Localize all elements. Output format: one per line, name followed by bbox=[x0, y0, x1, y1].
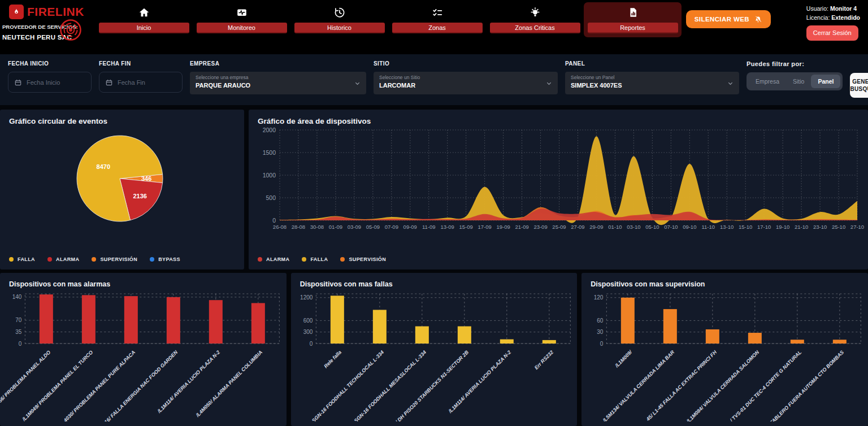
legend-item-falla[interactable]: FALLA bbox=[9, 257, 35, 262]
app-header: FIRELINK PROVEEDOR DE SERVICIOS: NEUTECH… bbox=[0, 0, 868, 54]
alert-bulb-icon bbox=[529, 5, 541, 20]
svg-text:29-09: 29-09 bbox=[589, 224, 603, 230]
empresa-select[interactable]: Seleccione una empresa PARQUE ARAUCO bbox=[190, 72, 366, 94]
sitio-hint: Seleccione un Sitio bbox=[379, 75, 552, 80]
fecha-fin-label: FECHA FIN bbox=[99, 60, 183, 67]
faults-bar-chart: 03006001200Rele fallaSGN-16 FOODHALL TEC… bbox=[291, 288, 578, 421]
report-icon bbox=[627, 5, 639, 20]
filter-option-sitio[interactable]: Sitio bbox=[786, 75, 811, 88]
fecha-inicio-group: FECHA INICIO Fecha Inicio bbox=[8, 60, 92, 105]
legend-item-alarma[interactable]: ALARMA bbox=[258, 257, 289, 262]
bypass-dot bbox=[150, 257, 154, 262]
panel-hint: Seleccione un Panel bbox=[571, 75, 734, 80]
falla-dot bbox=[302, 257, 306, 262]
pie-legend: FALLA ALARMA SUPERVISIÓN BYPASS bbox=[9, 257, 180, 262]
filter-option-empresa[interactable]: Empresa bbox=[749, 75, 786, 88]
nav-button-monitoreo[interactable]: Monitoreo bbox=[197, 23, 287, 33]
svg-text:21-10: 21-10 bbox=[795, 224, 808, 230]
sitio-label: SITIO bbox=[374, 60, 558, 67]
chevron-down-icon bbox=[546, 80, 552, 86]
session-info: Usuario: Monitor 4 Licencia: Extendido C… bbox=[806, 4, 860, 41]
tab-zonas[interactable]: Zonas bbox=[388, 2, 486, 37]
checklist-icon bbox=[431, 5, 444, 20]
supervision-dot bbox=[340, 257, 345, 262]
license-value: Extendido bbox=[831, 14, 860, 21]
charts-row-top: Gráfico circular de eventos 34621368470 … bbox=[0, 110, 868, 269]
nav-button-inicio[interactable]: Inicio bbox=[99, 23, 189, 33]
svg-text:15-09: 15-09 bbox=[459, 224, 473, 230]
nav-button-reportes[interactable]: Reportes bbox=[588, 23, 678, 33]
svg-text:35: 35 bbox=[15, 329, 22, 335]
svg-text:2136: 2136 bbox=[133, 193, 146, 199]
legend-item-supervision[interactable]: SUPERVISIÓN bbox=[340, 257, 386, 262]
empresa-value: PARQUE ARAUCO bbox=[196, 82, 361, 89]
devices-area-chart: 050010001500200026-0828-0830-0801-0903-0… bbox=[249, 125, 868, 245]
svg-text:/L4M050/ ALARMA PANEL COLUMBIA: /L4M050/ ALARMA PANEL COLUMBIA bbox=[194, 349, 263, 418]
svg-text:1200: 1200 bbox=[300, 294, 313, 301]
tab-historico[interactable]: Historico bbox=[290, 2, 388, 37]
events-pie-card: Gráfico circular de eventos 34621368470 … bbox=[0, 110, 244, 269]
tab-inicio[interactable]: Inicio bbox=[95, 2, 193, 37]
activity-icon bbox=[236, 5, 248, 20]
tab-monitoreo[interactable]: Monitoreo bbox=[193, 2, 290, 37]
legend-item-alarma[interactable]: ALARMA bbox=[47, 257, 79, 262]
calendar-icon bbox=[14, 79, 22, 86]
nav-button-zonas-criticas[interactable]: Zonas Criticas bbox=[490, 23, 580, 33]
pie-chart-title: Gráfico circular de eventos bbox=[0, 110, 244, 125]
generate-search-button[interactable]: GENERAR BUSQUEDA bbox=[850, 73, 868, 98]
svg-text:25-09: 25-09 bbox=[552, 224, 566, 230]
logout-button[interactable]: Cerrar Sesión bbox=[806, 25, 858, 41]
panel-select[interactable]: Seleccione un Panel SIMPLEX 4007ES bbox=[565, 72, 739, 94]
fecha-fin-input[interactable]: Fecha Fin bbox=[99, 72, 183, 93]
nav-button-historico[interactable]: Historico bbox=[294, 23, 385, 33]
svg-text:03-09: 03-09 bbox=[348, 224, 361, 230]
filter-by-group: Puedes filtrar por: Empresa Sitio Panel bbox=[747, 60, 843, 105]
calendar-icon bbox=[105, 79, 113, 86]
silence-web-label: SILENCIAR WEB bbox=[695, 16, 749, 23]
svg-text:/L1M009/: /L1M009/ bbox=[614, 349, 634, 369]
svg-text:28-08: 28-08 bbox=[292, 224, 305, 230]
svg-text:05-09: 05-09 bbox=[366, 224, 380, 230]
panel-value: SIMPLEX 4007ES bbox=[571, 82, 734, 89]
svg-text:500: 500 bbox=[266, 194, 276, 201]
supervision-bar-card: Dispositivos con mas supervision 0306012… bbox=[581, 273, 868, 426]
supervision-bar-chart: 03060120/L1M009//L5M134/ VALVULA CERRADA… bbox=[581, 288, 868, 421]
nav-button-zonas[interactable]: Zonas bbox=[392, 23, 483, 33]
sitio-select[interactable]: Seleccione un Sitio LARCOMAR bbox=[374, 72, 558, 94]
user-line: Usuario: Monitor 4 bbox=[806, 4, 860, 13]
filter-option-panel[interactable]: Panel bbox=[811, 75, 840, 88]
fecha-inicio-input[interactable]: Fecha Inicio bbox=[8, 72, 92, 93]
chevron-down-icon bbox=[354, 80, 361, 86]
legend-item-bypass[interactable]: BYPASS bbox=[150, 257, 180, 262]
svg-text:19-10: 19-10 bbox=[776, 224, 789, 230]
filter-mode-segment: Empresa Sitio Panel bbox=[747, 72, 843, 90]
devices-area-card: Gráfico de área de dispositivos 05001000… bbox=[249, 110, 868, 269]
svg-text:/L1M084/ VALVULA CERRADA SALOM: /L1M084/ VALVULA CERRADA SALOMON bbox=[685, 349, 761, 421]
fecha-fin-placeholder: Fecha Fin bbox=[118, 79, 145, 86]
svg-text:26-08: 26-08 bbox=[273, 224, 287, 230]
svg-text:0: 0 bbox=[600, 341, 604, 347]
svg-text:23-10: 23-10 bbox=[813, 224, 827, 230]
svg-text:01-10: 01-10 bbox=[608, 224, 622, 230]
svg-text:300: 300 bbox=[303, 329, 313, 335]
svg-text:SGN-16 FOODHALL TECHOLOCAL L-3: SGN-16 FOODHALL TECHOLOCAL L-334 bbox=[311, 349, 385, 421]
svg-text:/L5M134/ VALVULA CERRADA LIMA: /L5M134/ VALVULA CERRADA LIMA BAR bbox=[601, 349, 676, 421]
silence-web-button[interactable]: SILENCIAR WEB bbox=[686, 10, 771, 28]
area-chart-title: Gráfico de área de dispositivos bbox=[249, 110, 868, 125]
svg-text:17-10: 17-10 bbox=[757, 224, 771, 230]
svg-text:30: 30 bbox=[597, 329, 604, 335]
legend-item-falla[interactable]: FALLA bbox=[302, 257, 328, 262]
alarms-bar-chart: 03570140/056/ PROBLEMA PANEL ALDO/L1M049… bbox=[0, 288, 287, 421]
tab-reportes[interactable]: Reportes bbox=[584, 2, 682, 37]
tab-zonas-criticas[interactable]: Zonas Criticas bbox=[486, 2, 584, 37]
empresa-hint: Seleccione una empresa bbox=[196, 75, 361, 80]
radar-logo-icon bbox=[59, 18, 83, 42]
alarma-dot bbox=[258, 257, 262, 262]
chevron-down-icon bbox=[727, 80, 734, 86]
svg-text:Rele falla: Rele falla bbox=[323, 349, 342, 369]
empresa-group: EMPRESA Seleccione una empresa PARQUE AR… bbox=[190, 60, 366, 105]
license-line: Licencia: Extendido bbox=[806, 13, 860, 22]
legend-item-supervision[interactable]: SUPERVISIÓN bbox=[92, 257, 137, 262]
svg-text:TABLERO FUERA AUTOMA CTO BOMBA: TABLERO FUERA AUTOMA CTO BOMBAS bbox=[769, 349, 845, 421]
svg-text:13-10: 13-10 bbox=[720, 224, 734, 230]
